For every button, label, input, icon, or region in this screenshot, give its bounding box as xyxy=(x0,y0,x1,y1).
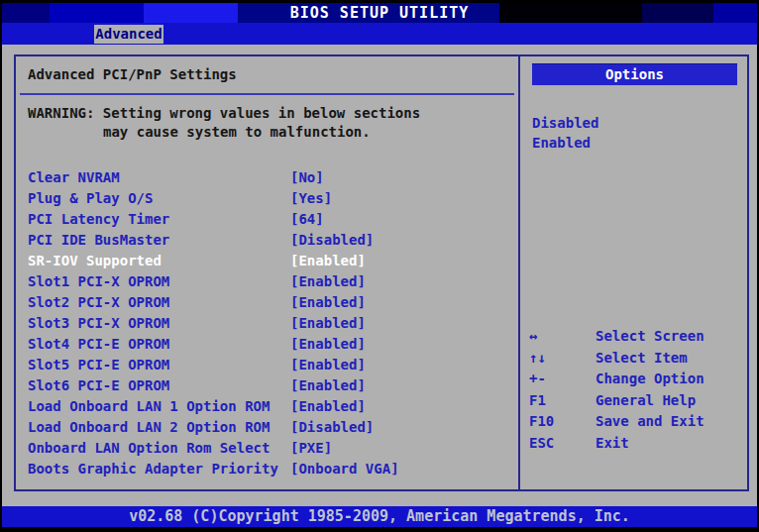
options-list: Disabled Enabled xyxy=(532,113,598,153)
setting-label: Clear NVRAM xyxy=(28,167,120,188)
setting-value: [Disabled] xyxy=(290,417,374,438)
setting-row[interactable]: Slot3 PCI-X OPROM [Enabled] xyxy=(16,313,518,334)
setting-value: [Enabled] xyxy=(290,292,366,313)
setting-value: [Yes] xyxy=(290,188,332,209)
setting-row[interactable]: Slot2 PCI-X OPROM [Enabled] xyxy=(16,292,518,313)
setting-row[interactable]: Slot5 PCI-E OPROM [Enabled] xyxy=(16,355,518,375)
warning-text: WARNING: Setting wrong values in below s… xyxy=(28,104,420,142)
key-help-row: ESC Exit xyxy=(520,433,747,455)
setting-value: [PXE] xyxy=(290,438,332,459)
left-right-arrows-icon: ↔ xyxy=(529,326,537,348)
setting-row[interactable]: Load Onboard LAN 2 Option ROM [Disabled] xyxy=(16,417,518,438)
setting-value: [Enabled] xyxy=(290,396,366,417)
setting-value: [No] xyxy=(290,167,324,188)
setting-value: [64] xyxy=(290,209,324,230)
setting-row[interactable]: Onboard LAN Option Rom Select [PXE] xyxy=(16,438,518,459)
bios-setup-screen: BIOS SETUP UTILITY Advanced Advanced PCI… xyxy=(0,0,759,532)
setting-label: PCI Latency Timer xyxy=(28,209,169,230)
setting-label: Load Onboard LAN 1 Option ROM xyxy=(28,396,270,417)
setting-label: Slot6 PCI-E OPROM xyxy=(28,375,169,396)
key-help-action: Select Screen xyxy=(596,326,705,348)
setting-label: Slot1 PCI-X OPROM xyxy=(28,271,169,292)
setting-value: [Enabled] xyxy=(290,313,366,334)
f1-key: F1 xyxy=(529,390,546,412)
key-help-row: +- Change Option xyxy=(520,369,747,390)
key-help-row: ↑↓ Select Item xyxy=(520,348,747,370)
setting-label: Load Onboard LAN 2 Option ROM xyxy=(28,417,270,438)
key-help-action: Save and Exit xyxy=(596,411,705,433)
setting-label: Boots Graphic Adapter Priority xyxy=(28,459,278,479)
setting-row[interactable]: Slot1 PCI-X OPROM [Enabled] xyxy=(16,271,518,292)
title-separator xyxy=(20,93,514,95)
setting-label: Onboard LAN Option Rom Select xyxy=(28,438,270,459)
f10-key: F10 xyxy=(529,411,554,433)
warning-line-2: may cause system to malfunction. xyxy=(28,123,420,142)
content-area: Advanced PCI/PnP Settings WARNING: Setti… xyxy=(2,45,757,506)
key-help-action: General Help xyxy=(596,390,696,412)
warning-line-1: WARNING: Setting wrong values in below s… xyxy=(28,104,420,123)
setting-label: Slot4 PCI-E OPROM xyxy=(28,334,169,355)
app-title: BIOS SETUP UTILITY xyxy=(2,4,757,22)
menu-bar: Advanced xyxy=(2,23,757,45)
setting-row-selected[interactable]: SR-IOV Supported [Enabled] xyxy=(16,251,518,271)
page-title: Advanced PCI/PnP Settings xyxy=(28,66,237,82)
setting-row[interactable]: Slot4 PCI-E OPROM [Enabled] xyxy=(16,334,518,355)
setting-value: [Enabled] xyxy=(290,251,366,271)
option-disabled[interactable]: Disabled xyxy=(532,113,598,133)
key-help-action: Change Option xyxy=(596,369,705,390)
tab-advanced[interactable]: Advanced xyxy=(94,25,163,44)
settings-list: Clear NVRAM [No] Plug & Play O/S [Yes] P… xyxy=(16,167,518,479)
setting-row[interactable]: Boots Graphic Adapter Priority [Onboard … xyxy=(16,459,518,479)
option-enabled[interactable]: Enabled xyxy=(532,133,598,153)
setting-value: [Enabled] xyxy=(290,355,366,375)
setting-label: Slot3 PCI-X OPROM xyxy=(28,313,169,334)
setting-row[interactable]: PCI Latency Timer [64] xyxy=(16,209,518,230)
setting-label: Plug & Play O/S xyxy=(28,188,153,209)
status-bar: v02.68 (C)Copyright 1985-2009, American … xyxy=(2,506,757,527)
key-help-row: F1 General Help xyxy=(520,390,747,412)
title-bar: BIOS SETUP UTILITY xyxy=(2,3,757,23)
setting-row[interactable]: Clear NVRAM [No] xyxy=(16,167,518,188)
key-help-action: Exit xyxy=(596,433,629,455)
key-help-action: Select Item xyxy=(596,348,688,370)
setting-row[interactable]: Slot6 PCI-E OPROM [Enabled] xyxy=(16,375,518,396)
setting-value: [Enabled] xyxy=(290,334,366,355)
up-down-arrows-icon: ↑↓ xyxy=(529,348,546,370)
setting-row[interactable]: PCI IDE BusMaster [Disabled] xyxy=(16,230,518,251)
setting-label: Slot2 PCI-X OPROM xyxy=(28,292,169,313)
options-header: Options xyxy=(532,63,737,85)
setting-value: [Disabled] xyxy=(290,230,374,251)
copyright-text: v02.68 (C)Copyright 1985-2009, American … xyxy=(129,507,630,525)
plus-minus-keys: +- xyxy=(529,369,546,390)
options-panel: Options Disabled Enabled ↔ Select Screen… xyxy=(518,54,749,491)
key-help-row: ↔ Select Screen xyxy=(520,326,747,348)
setting-value: [Enabled] xyxy=(290,271,366,292)
setting-label: Slot5 PCI-E OPROM xyxy=(28,355,169,375)
key-help: ↔ Select Screen ↑↓ Select Item +- Change… xyxy=(520,326,747,454)
key-help-row: F10 Save and Exit xyxy=(520,411,747,433)
esc-key: ESC xyxy=(529,433,554,455)
setting-row[interactable]: Load Onboard LAN 1 Option ROM [Enabled] xyxy=(16,396,518,417)
setting-value: [Enabled] xyxy=(290,375,366,396)
setting-row[interactable]: Plug & Play O/S [Yes] xyxy=(16,188,518,209)
settings-panel: Advanced PCI/PnP Settings WARNING: Setti… xyxy=(14,54,520,491)
setting-value: [Onboard VGA] xyxy=(290,459,399,479)
setting-label: PCI IDE BusMaster xyxy=(28,230,169,251)
setting-label: SR-IOV Supported xyxy=(28,251,162,271)
